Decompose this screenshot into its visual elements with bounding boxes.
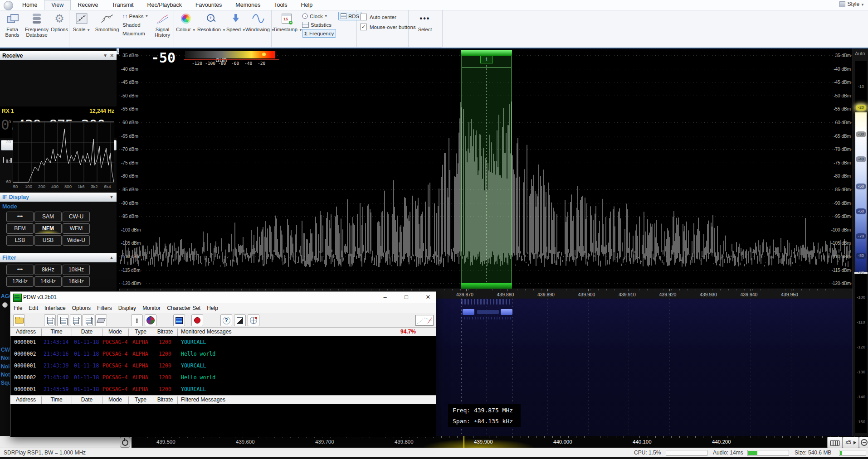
filter-button-16khz[interactable]: 16kHz <box>63 276 90 287</box>
signal-history-button[interactable]: Signal History <box>152 11 172 38</box>
pdw-col-mode[interactable]: Mode <box>102 396 128 403</box>
range-label--20[interactable]: -20 <box>856 105 866 111</box>
close-icon[interactable]: ✕ <box>110 53 114 58</box>
tuning-region-bottom-bar[interactable] <box>461 283 512 289</box>
tab-transmit[interactable]: Transmit <box>105 0 140 10</box>
mode-button-nfm[interactable]: NFM <box>34 223 62 234</box>
filter-button-12khz[interactable]: 12kHz <box>6 276 34 287</box>
pdw-col-date[interactable]: Date <box>72 396 102 403</box>
pdw-menu-help[interactable]: Help <box>204 303 221 313</box>
clock-button[interactable]: Clock▼ <box>302 12 340 20</box>
timestamp-button[interactable]: 15+ Timestamp▼ <box>273 11 300 33</box>
freq-axis-label[interactable]: 439.870 <box>456 292 473 297</box>
options-button[interactable]: ⚙ Options <box>51 11 68 32</box>
filter-button-14khz[interactable]: 14kHz <box>34 276 62 287</box>
maximum-button[interactable]: Maximum <box>122 29 152 38</box>
chevron-down-icon[interactable]: ▼ <box>103 53 107 58</box>
pdw-toolbar-globe-button[interactable] <box>248 314 259 326</box>
frequency-database-button[interactable]: Frequency Database <box>23 11 51 38</box>
if-display-header[interactable]: IF Display ▼ <box>0 193 117 202</box>
zoom-step-button[interactable]: x5 <box>843 437 859 448</box>
tuning-region[interactable] <box>461 50 512 290</box>
band-label[interactable]: 439.700 <box>315 439 334 445</box>
tab-home[interactable]: Home <box>15 0 44 10</box>
shaded-button[interactable]: Shaded <box>122 20 152 29</box>
tab-tools[interactable]: Tools <box>267 0 294 10</box>
maximize-button[interactable]: □ <box>401 294 411 301</box>
band-label[interactable]: 439.600 <box>236 439 255 445</box>
smoothing-button[interactable]: Smoothing <box>93 11 122 32</box>
pdw-message-row[interactable]: 000000221:43:1601-11-18POCSAG-4ALPHA1200… <box>10 348 436 360</box>
range-label--50[interactable]: -50 <box>856 184 866 189</box>
receive-panel-header[interactable]: Receive ▼ ✕ <box>0 51 117 60</box>
mode-button-[interactable]: ••• <box>6 212 34 222</box>
mode-button-cwu[interactable]: CW-U <box>63 212 90 222</box>
close-button[interactable]: ✕ <box>423 294 433 301</box>
freq-axis-label[interactable]: 439.940 <box>741 292 758 297</box>
pdw-monitored-messages[interactable]: 000000121:43:1401-11-18POCSAG-4ALPHA1200… <box>10 336 436 395</box>
pdw-menu-file[interactable]: File <box>10 303 25 313</box>
pdw-toolbar-open-folder-button[interactable] <box>13 314 25 326</box>
rx-marker[interactable]: 1 <box>480 56 493 63</box>
pdw-message-row[interactable]: 000000221:43:4001-11-18POCSAG-4ALPHA1200… <box>10 372 436 383</box>
pdw-toolbar-exclamation-button[interactable]: ! <box>131 314 143 326</box>
pdw-toolbar-save-button[interactable] <box>83 314 94 326</box>
pdw-toolbar-beachball-button[interactable] <box>145 314 156 326</box>
pdw-col-time[interactable]: Time <box>41 396 72 403</box>
pdw-menu-interface[interactable]: Interface <box>41 303 69 313</box>
scale-button[interactable]: Scale▼ <box>72 11 92 33</box>
freq-axis-label[interactable]: 439.880 <box>497 292 514 297</box>
extra-bands-button[interactable]: Extra Bands <box>2 11 23 38</box>
auto-range-button[interactable]: Auto <box>855 51 865 56</box>
waterfall-range-slider[interactable]: -10-20-30-40-50-60-70-80-90-100-110-120-… <box>855 61 867 433</box>
resolution-button[interactable]: + Resolution▼ <box>197 11 225 33</box>
pdw-message-row[interactable]: 000000121:43:1401-11-18POCSAG-4ALPHA1200… <box>10 336 436 348</box>
windowing-button[interactable]: Windowing▼ <box>245 11 271 33</box>
tab-view[interactable]: View <box>44 0 71 10</box>
pdw-menu-options[interactable]: Options <box>69 303 94 313</box>
pdw-col-mode[interactable]: Mode <box>102 329 128 335</box>
pdw-col-monitored-messages[interactable]: Monitored Messages <box>181 329 231 335</box>
pdw-monitored-header-row[interactable]: 94.7% AddressTimeDateModeTypeBitrateMoni… <box>10 327 436 337</box>
band-label[interactable]: 439.800 <box>395 439 414 445</box>
mode-button-usb[interactable]: USB <box>34 235 62 246</box>
range-label--40[interactable]: -40 <box>856 156 866 162</box>
pdw-message-row[interactable]: 000000121:43:5901-11-18POCSAG-4ALPHA1200… <box>10 383 436 395</box>
pdw-menu-character-set[interactable]: Character Set <box>164 303 204 313</box>
tab-help[interactable]: Help <box>294 0 319 10</box>
tuning-region-top-bar[interactable] <box>461 50 512 56</box>
spectrum-display[interactable]: 1 -50 dBm -120-100-80-60-40-20 -35 dBm-3… <box>119 48 853 299</box>
freq-axis-label[interactable]: 439.890 <box>537 292 555 297</box>
tab-receive[interactable]: Receive <box>71 0 105 10</box>
frequency-button[interactable]: ΣFrequency <box>302 29 340 38</box>
pdw-window[interactable]: PDW v3.2b01 – □ ✕ FileEditInterfaceOptio… <box>10 291 436 437</box>
pdw-col-address[interactable]: Address <box>10 329 41 335</box>
pdw-toolbar-help-button[interactable]: ? <box>220 314 232 326</box>
pdw-col-bitrate[interactable]: Bitrate <box>153 396 177 403</box>
tab-rec-playback[interactable]: Rec/Playback <box>141 0 189 10</box>
pdw-menu-edit[interactable]: Edit <box>25 303 41 313</box>
pdw-menu-monitor[interactable]: Monitor <box>139 303 164 313</box>
freq-axis-label[interactable]: 439.930 <box>700 292 717 297</box>
band-label[interactable]: 439.500 <box>156 439 176 445</box>
minimize-button[interactable]: – <box>380 294 390 301</box>
mode-button-wfm[interactable]: WFM <box>63 223 90 234</box>
keyboard-button[interactable] <box>827 437 843 448</box>
mode-button-wideu[interactable]: Wide-U <box>63 235 90 246</box>
freq-axis-label[interactable]: 439.910 <box>619 292 636 297</box>
freq-axis-label[interactable]: 439.900 <box>578 292 595 297</box>
radio-button-icon[interactable] <box>2 302 8 308</box>
pdw-filtered-messages[interactable] <box>10 404 436 437</box>
app-menu-button[interactable] <box>4 1 13 10</box>
mouse-over-buttons-checkbox[interactable]: ✓Mouse-over buttons <box>360 23 416 31</box>
peaks-button[interactable]: ↑↑Peaks▼ <box>122 12 152 20</box>
statistics-button[interactable]: Statistics <box>302 20 340 29</box>
pdw-title-bar[interactable]: PDW v3.2b01 – □ ✕ <box>10 292 436 304</box>
filter-header[interactable]: Filter ▲ <box>0 253 117 262</box>
auto-center-checkbox[interactable]: Auto center <box>360 13 396 21</box>
power-button[interactable] <box>120 437 130 448</box>
tab-favourites[interactable]: Favourites <box>189 0 229 10</box>
mode-button-bfm[interactable]: BFM <box>6 223 34 234</box>
pdw-toolbar-invert-button[interactable] <box>234 314 246 326</box>
tab-memories[interactable]: Memories <box>229 0 267 10</box>
